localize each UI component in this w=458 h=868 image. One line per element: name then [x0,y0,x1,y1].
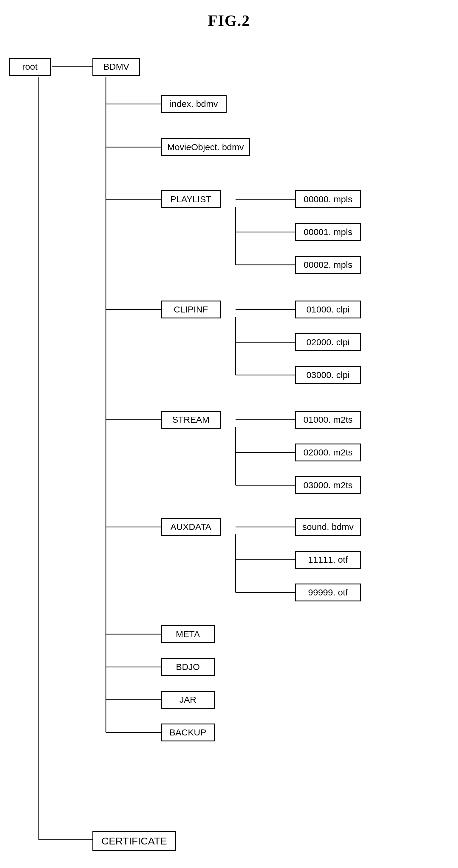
node-clpi-03000: 03000. clpi [295,366,361,384]
node-root: root [9,58,51,76]
node-auxdata: AUXDATA [161,518,221,536]
connector-lines [0,38,458,868]
page-title: FIG.2 [0,0,458,38]
node-m2ts-03000: 03000. m2ts [295,476,361,494]
node-movieobject-bdmv: MovieObject. bdmv [161,138,250,156]
node-certificate: CERTIFICATE [92,831,176,851]
node-bdmv: BDMV [92,58,140,76]
node-m2ts-01000: 01000. m2ts [295,411,361,429]
node-meta: META [161,625,215,643]
node-clipinf: CLIPINF [161,301,221,318]
node-mpls-00002: 00002. mpls [295,256,361,274]
node-mpls-00000: 00000. mpls [295,190,361,208]
node-clpi-01000: 01000. clpi [295,301,361,318]
node-index-bdmv: index. bdmv [161,95,227,113]
node-mpls-00001: 00001. mpls [295,223,361,241]
node-bdjo: BDJO [161,658,215,676]
node-otf-11111: 11111. otf [295,551,361,569]
node-clpi-02000: 02000. clpi [295,333,361,351]
node-backup: BACKUP [161,723,215,741]
node-playlist: PLAYLIST [161,190,221,208]
node-jar: JAR [161,691,215,709]
node-otf-99999: 99999. otf [295,584,361,601]
diagram-container: root BDMV index. bdmv MovieObject. bdmv … [0,38,458,868]
node-sound-bdmv: sound. bdmv [295,518,361,536]
node-stream: STREAM [161,411,221,429]
node-m2ts-02000: 02000. m2ts [295,443,361,461]
